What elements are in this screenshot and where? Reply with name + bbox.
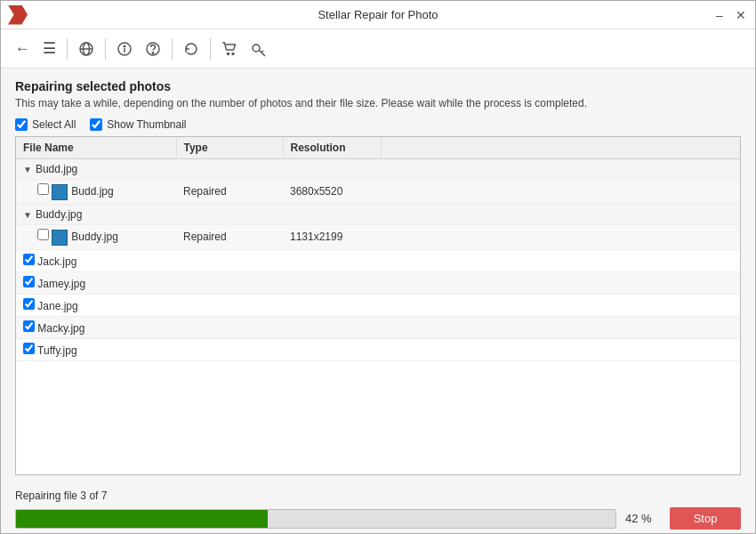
simple-row-resolution	[283, 271, 381, 294]
toolbar-separator-4	[210, 38, 211, 60]
cart-button[interactable]	[216, 37, 243, 61]
minimize-button[interactable]: –	[712, 8, 727, 22]
refresh-button[interactable]	[178, 37, 205, 61]
repairing-status-text: Repairing file 3 of 7	[15, 490, 741, 502]
col-header-resolution: Resolution	[283, 137, 381, 159]
svg-point-9	[232, 53, 234, 54]
file-thumbnail	[52, 184, 68, 200]
table-row: Macky.jpg	[16, 316, 740, 338]
select-all-label: Select All	[32, 118, 76, 131]
expand-arrow: ▼	[23, 210, 32, 220]
col-header-type: Type	[176, 137, 283, 159]
simple-row-resolution	[283, 249, 381, 271]
table-row: ▼Buddy.jpg	[16, 204, 740, 224]
group-row-resolution	[283, 204, 381, 224]
table-row: Budd.jpg Repaired 3680x5520	[16, 180, 740, 205]
col-header-filename: File Name	[16, 137, 176, 159]
child-row-type: Repaired	[176, 224, 283, 249]
simple-row-type	[176, 249, 283, 271]
show-thumbnail-checkbox[interactable]	[90, 118, 102, 131]
simple-row-name: Macky.jpg	[16, 316, 176, 338]
main-content: Repairing selected photos This may take …	[1, 69, 755, 482]
simple-row-thumb	[381, 316, 740, 338]
row-checkbox[interactable]	[23, 276, 35, 287]
row-checkbox[interactable]	[23, 298, 35, 310]
menu-button[interactable]: ☰	[37, 36, 61, 61]
toolbar-separator-3	[172, 38, 173, 60]
child-row-resolution: 3680x5520	[283, 180, 381, 205]
toolbar-separator-2	[105, 38, 106, 60]
simple-row-type	[176, 338, 283, 360]
status-bar: Repairing file 3 of 7 42 % Stop	[1, 482, 755, 533]
options-row: Select All Show Thumbnail	[15, 118, 741, 131]
title-bar: Stellar Repair for Photo – ✕	[1, 1, 755, 29]
simple-row-type	[176, 294, 283, 316]
svg-point-5	[124, 45, 125, 47]
row-checkbox[interactable]	[37, 183, 49, 195]
row-checkbox[interactable]	[23, 320, 35, 332]
page-subtext: This may take a while, depending on the …	[15, 97, 741, 109]
child-row-name: Budd.jpg	[16, 180, 176, 205]
file-table-container: File Name Type Resolution ▼Budd.jpg	[15, 136, 741, 475]
table-row: Buddy.jpg Repaired 1131x2199	[16, 224, 740, 249]
table-row: Jane.jpg	[16, 294, 740, 316]
simple-row-name: Tuffy.jpg	[16, 338, 176, 360]
title-bar-left	[8, 5, 28, 25]
group-row-resolution	[283, 159, 381, 180]
stop-button[interactable]: Stop	[670, 507, 741, 530]
progress-bar-container	[15, 509, 616, 529]
table-row: Jamey.jpg	[16, 271, 740, 294]
child-row-thumb	[381, 180, 740, 205]
simple-row-thumb	[381, 294, 740, 316]
key-button[interactable]	[245, 37, 271, 61]
progress-percentage: 42 %	[625, 512, 661, 525]
row-checkbox[interactable]	[23, 343, 35, 354]
simple-row-thumb	[381, 249, 740, 271]
app-window: Stellar Repair for Photo – ✕ ← ☰	[0, 0, 756, 534]
child-row-type: Repaired	[176, 180, 283, 205]
table-row: ▼Budd.jpg	[16, 159, 740, 180]
table-header-row: File Name Type Resolution	[16, 137, 740, 159]
simple-row-resolution	[283, 338, 381, 360]
svg-point-7	[152, 52, 154, 53]
file-table: File Name Type Resolution ▼Budd.jpg	[16, 137, 740, 361]
title-bar-controls: – ✕	[712, 8, 748, 22]
table-row: Tuffy.jpg	[16, 338, 740, 360]
group-row-thumb	[381, 159, 740, 180]
simple-row-type	[176, 316, 283, 338]
group-row-name: ▼Budd.jpg	[16, 159, 176, 180]
app-logo	[8, 5, 28, 25]
simple-row-resolution	[283, 316, 381, 338]
simple-row-name: Jane.jpg	[16, 294, 176, 316]
help-button[interactable]	[140, 37, 166, 61]
info-button[interactable]	[111, 37, 138, 61]
group-row-type	[176, 204, 283, 224]
group-row-name: ▼Buddy.jpg	[16, 204, 176, 224]
select-all-checkbox-label[interactable]: Select All	[15, 118, 76, 131]
toolbar: ← ☰	[1, 29, 755, 69]
close-button[interactable]: ✕	[734, 8, 748, 22]
globe-button[interactable]	[73, 37, 100, 61]
show-thumbnail-checkbox-label[interactable]: Show Thumbnail	[90, 118, 186, 131]
row-checkbox[interactable]	[23, 254, 35, 265]
row-checkbox[interactable]	[37, 229, 49, 240]
table-row: Jack.jpg	[16, 249, 740, 271]
child-row-name: Buddy.jpg	[16, 224, 176, 249]
simple-row-thumb	[381, 338, 740, 360]
page-heading: Repairing selected photos	[15, 79, 741, 93]
simple-row-resolution	[283, 294, 381, 316]
simple-row-name: Jack.jpg	[16, 249, 176, 271]
expand-arrow: ▼	[23, 165, 32, 174]
simple-row-name: Jamey.jpg	[16, 271, 176, 294]
simple-row-thumb	[381, 271, 740, 294]
progress-bar-fill	[16, 510, 268, 528]
svg-point-8	[228, 53, 229, 54]
child-row-resolution: 1131x2199	[283, 224, 381, 249]
select-all-checkbox[interactable]	[15, 118, 28, 131]
child-row-thumb	[381, 224, 740, 249]
window-title: Stellar Repair for Photo	[318, 8, 438, 21]
show-thumbnail-label: Show Thumbnail	[107, 118, 186, 131]
group-row-thumb	[381, 204, 740, 224]
back-button[interactable]: ←	[10, 36, 36, 61]
toolbar-separator-1	[67, 38, 68, 60]
